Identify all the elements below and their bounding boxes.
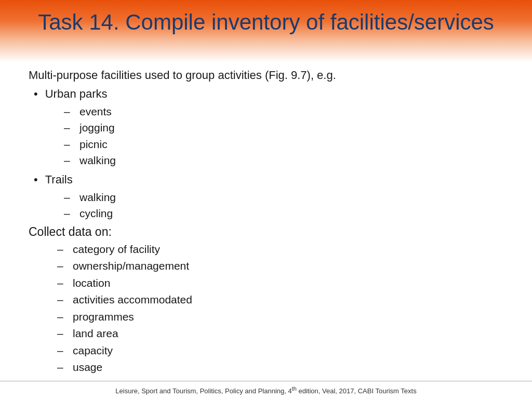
header: Task 14. Compile inventory of facilities…: [0, 0, 532, 62]
trails-sub-bullets: – walking – cycling: [64, 189, 503, 222]
sub-item-jogging: jogging: [79, 119, 115, 136]
list-item: – events: [64, 103, 503, 120]
list-item: – activities accommodated: [57, 291, 503, 309]
dash-icon: –: [57, 291, 66, 309]
list-item: – ownership/management: [57, 258, 503, 275]
sub-item-cycling: cycling: [79, 205, 113, 222]
dash-icon: –: [57, 309, 66, 326]
list-item: – picnic: [64, 136, 503, 153]
footer: Leisure, Sport and Tourism, Politics, Po…: [0, 381, 532, 399]
list-item: – location: [57, 275, 503, 292]
dash-icon: –: [64, 189, 73, 206]
main-bullet-urban-parks: • Urban parks: [29, 86, 503, 102]
list-item: – jogging: [64, 119, 503, 136]
list-item: – walking: [64, 189, 503, 206]
bullet-dot: •: [34, 86, 38, 102]
page-title: Task 14. Compile inventory of facilities…: [21, 9, 511, 35]
collect-item-location: location: [73, 275, 110, 292]
dash-icon: –: [57, 258, 66, 275]
urban-parks-sub-bullets: – events – jogging – picnic – walking: [64, 103, 503, 169]
main-bullet-trails: • Trails: [29, 172, 503, 188]
dash-icon: –: [64, 103, 73, 120]
collect-item-capacity: capacity: [73, 342, 113, 360]
collect-item-activities: activities accommodated: [73, 291, 192, 309]
list-item: – cycling: [64, 205, 503, 222]
dash-icon: –: [57, 241, 66, 258]
list-item: – capacity: [57, 342, 503, 360]
list-item: – category of facility: [57, 241, 503, 258]
collect-item-ownership: ownership/management: [73, 258, 189, 275]
dash-icon: –: [57, 342, 66, 360]
list-item: – programmes: [57, 309, 503, 326]
list-item: – walking: [64, 152, 503, 169]
sub-item-walking2: walking: [79, 189, 116, 206]
intro-text: Multi-purpose facilities used to group a…: [29, 69, 503, 82]
collect-sub-bullets: – category of facility – ownership/manag…: [57, 241, 503, 376]
urban-parks-label: Urban parks: [45, 86, 108, 102]
collect-item-usage: usage: [73, 359, 102, 376]
sub-item-events: events: [79, 103, 112, 120]
footer-sup: th: [292, 385, 297, 392]
trails-section: • Trails – walking – cycling: [29, 172, 503, 222]
collect-item-land: land area: [73, 325, 118, 342]
dash-icon: –: [64, 205, 73, 222]
list-item: – usage: [57, 359, 503, 376]
urban-parks-section: • Urban parks – events – jogging – picni…: [29, 86, 503, 169]
dash-icon: –: [64, 152, 73, 169]
bullet-dot: •: [34, 172, 38, 188]
collect-section: Collect data on: – category of facility …: [29, 225, 503, 376]
trails-label: Trails: [45, 172, 73, 188]
collect-item-programmes: programmes: [73, 309, 134, 326]
dash-icon: –: [64, 136, 73, 153]
dash-icon: –: [57, 325, 66, 342]
sub-item-picnic: picnic: [79, 136, 108, 153]
footer-text-after-sup: edition, Veal, 2017, CABI Tourism Texts: [297, 387, 417, 395]
sub-item-walking: walking: [79, 152, 116, 169]
collect-item-category: category of facility: [73, 241, 160, 258]
footer-text-before-sup: Leisure, Sport and Tourism, Politics, Po…: [115, 387, 291, 395]
list-item: – land area: [57, 325, 503, 342]
dash-icon: –: [57, 359, 66, 376]
main-content: Multi-purpose facilities used to group a…: [0, 62, 532, 381]
dash-icon: –: [64, 119, 73, 136]
dash-icon: –: [57, 275, 66, 292]
collect-heading: Collect data on:: [29, 225, 503, 239]
